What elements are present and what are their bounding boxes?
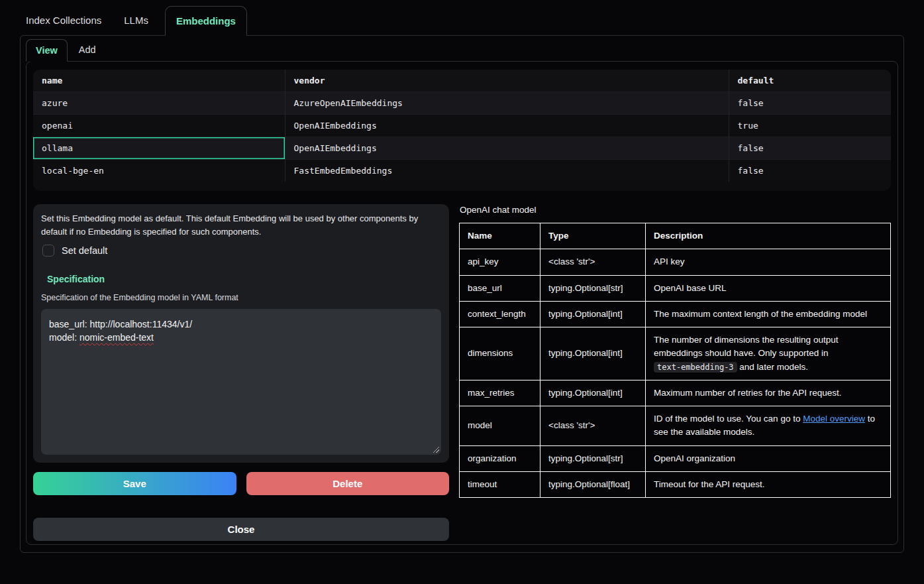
yaml-line-2: model: nomic-embed-text	[49, 331, 433, 344]
docs-cell-name: dimensions	[460, 327, 540, 380]
docs-cell-name: model	[460, 406, 540, 446]
table-row[interactable]: local-bge-enFastEmbedEmbeddingsfalse	[33, 160, 891, 182]
table-row[interactable]: openaiOpenAIEmbeddingstrue	[33, 115, 891, 137]
specification-description: Specification of the Embedding model in …	[41, 293, 441, 302]
yaml-line-1: base_url: http://localhost:11434/v1/	[49, 318, 433, 331]
tab-embeddings[interactable]: Embeddings	[165, 6, 247, 36]
docs-cell-type: <class 'str'>	[540, 406, 646, 446]
cell-vendor[interactable]: FastEmbedEmbeddings	[285, 160, 729, 182]
docs-cell-name: timeout	[460, 471, 540, 497]
embeddings-table-header: name vendor default	[33, 70, 891, 92]
docs-table-header: Name Type Description	[460, 223, 891, 249]
docs-row: context_lengthtyping.Optional[int]The ma…	[460, 301, 891, 327]
docs-cell-type: typing.Optional[str]	[540, 275, 646, 301]
inline-code: text-embedding-3	[654, 362, 737, 373]
close-button[interactable]: Close	[33, 518, 449, 541]
docs-row: model<class 'str'>ID of the model to use…	[460, 406, 891, 446]
sub-tab-bar: View Add	[21, 36, 903, 61]
tab-add[interactable]: Add	[68, 38, 107, 61]
docs-cell-type: typing.Optional[int]	[540, 327, 646, 380]
view-tab-content: name vendor default azureAzureOpenAIEmbe…	[26, 61, 898, 545]
save-button[interactable]: Save	[33, 472, 236, 495]
docs-column-name: Name	[460, 223, 540, 249]
docs-row: max_retriestyping.Optional[int]Maximum n…	[460, 380, 891, 406]
docs-cell-type: typing.Optional[int]	[540, 301, 646, 327]
model-docs-column: OpenAI chat model Name Type Description …	[459, 204, 891, 541]
cell-default[interactable]: false	[729, 160, 891, 182]
yaml-spec-textarea[interactable]: base_url: http://localhost:11434/v1/ mod…	[41, 309, 441, 455]
default-settings-panel: Set this Embedding model as default. Thi…	[33, 204, 449, 463]
tab-llms[interactable]: LLMs	[118, 5, 154, 35]
specification-heading: Specification	[47, 274, 441, 284]
docs-column-description: Description	[646, 223, 891, 249]
embeddings-table-body: azureAzureOpenAIEmbeddingsfalseopenaiOpe…	[33, 92, 891, 182]
cell-default[interactable]: false	[729, 137, 891, 160]
docs-cell-name: api_key	[460, 249, 540, 275]
set-default-description: Set this Embedding model as default. Thi…	[41, 212, 441, 238]
cell-name[interactable]: ollama	[33, 137, 285, 160]
docs-row: organizationtyping.Optional[str]OpenAI o…	[460, 445, 891, 471]
docs-row: base_urltyping.Optional[str]OpenAI base …	[460, 275, 891, 301]
docs-title: OpenAI chat model	[460, 205, 891, 215]
column-header-name: name	[33, 70, 285, 92]
docs-row: dimensionstyping.Optional[int]The number…	[460, 327, 891, 380]
docs-table-body: api_key<class 'str'>API keybase_urltypin…	[460, 249, 891, 498]
cell-default[interactable]: true	[729, 115, 891, 137]
model-overview-link[interactable]: Model overview	[803, 414, 865, 424]
docs-cell-name: context_length	[460, 301, 540, 327]
docs-cell-description: The number of dimensions the resulting o…	[646, 327, 891, 380]
set-default-checkbox[interactable]	[42, 245, 54, 257]
docs-cell-type: <class 'str'>	[540, 249, 646, 275]
tab-view[interactable]: View	[26, 39, 68, 62]
table-row[interactable]: azureAzureOpenAIEmbeddingsfalse	[33, 92, 891, 115]
docs-cell-type: typing.Optional[int]	[540, 380, 646, 406]
docs-cell-description: Maximum number of retries for the API re…	[646, 380, 891, 406]
set-default-label: Set default	[62, 245, 107, 256]
docs-cell-type: typing.Optional[str]	[540, 445, 646, 471]
cell-vendor[interactable]: OpenAIEmbeddings	[285, 115, 729, 137]
docs-cell-name: base_url	[460, 275, 540, 301]
set-default-checkbox-row[interactable]: Set default	[42, 245, 441, 257]
docs-cell-name: organization	[460, 445, 540, 471]
docs-cell-description: OpenAI base URL	[646, 275, 891, 301]
resize-handle-icon[interactable]	[432, 445, 439, 453]
cell-vendor[interactable]: OpenAIEmbeddings	[285, 137, 729, 160]
docs-cell-name: max_retries	[460, 380, 540, 406]
column-header-default: default	[729, 70, 891, 92]
docs-cell-type: typing.Optional[float]	[540, 471, 646, 497]
docs-cell-description: API key	[646, 249, 891, 275]
docs-cell-description: Timeout for the API request.	[646, 471, 891, 497]
docs-row: timeouttyping.Optional[float]Timeout for…	[460, 471, 891, 497]
cell-vendor[interactable]: AzureOpenAIEmbeddings	[285, 92, 729, 115]
docs-row: api_key<class 'str'>API key	[460, 249, 891, 275]
table-row[interactable]: ollamaOpenAIEmbeddingsfalse	[33, 137, 891, 160]
cell-name[interactable]: azure	[33, 92, 285, 115]
docs-cell-description: OpenAI organization	[646, 445, 891, 471]
docs-cell-description: ID of the model to use. You can go to Mo…	[646, 406, 891, 446]
cell-default[interactable]: false	[729, 92, 891, 115]
docs-column-type: Type	[540, 223, 646, 249]
cell-name[interactable]: openai	[33, 115, 285, 137]
embeddings-panel: View Add name vendor default azureAzureO…	[20, 35, 904, 553]
main-tab-bar: Index Collections LLMs Embeddings	[20, 5, 904, 35]
tab-index-collections[interactable]: Index Collections	[20, 5, 107, 35]
embeddings-table: name vendor default azureAzureOpenAIEmbe…	[33, 70, 891, 191]
embedding-detail-column: Set this Embedding model as default. Thi…	[33, 204, 449, 541]
docs-cell-description: The maximum context length of the embedd…	[646, 301, 891, 327]
misspelled-word: nomic-embed-text	[79, 332, 154, 343]
cell-name[interactable]: local-bge-en	[33, 160, 285, 182]
delete-button[interactable]: Delete	[246, 472, 450, 495]
docs-table: Name Type Description api_key<class 'str…	[459, 223, 891, 498]
column-header-vendor: vendor	[285, 70, 729, 92]
